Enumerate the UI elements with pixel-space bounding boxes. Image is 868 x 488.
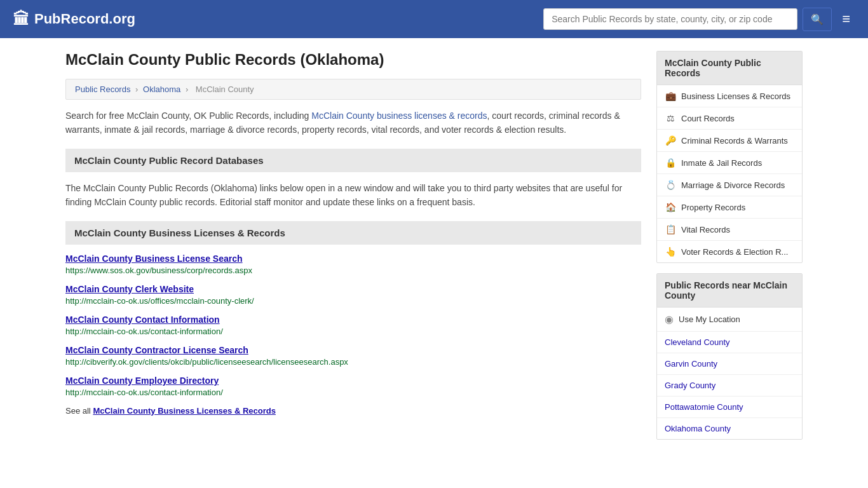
nearby-garvin[interactable]: Garvin County (657, 353, 802, 375)
nearby-oklahoma[interactable]: Oklahoma County (657, 418, 802, 439)
breadcrumb-oklahoma[interactable]: Oklahoma (143, 85, 180, 94)
nearby-cleveland-label: Cleveland County (665, 337, 730, 347)
sidebar-label-marriage: Marriage & Divorce Records (681, 180, 785, 190)
nearby-pottawatomie[interactable]: Pottawatomie County (657, 396, 802, 418)
menu-button[interactable]: ≡ (837, 8, 855, 30)
sidebar-item-voter[interactable]: 👆 Voter Records & Election R... (657, 241, 802, 262)
sidebar-label-business: Business Licenses & Records (681, 92, 790, 101)
link-url-3[interactable]: http://cibverify.ok.gov/clients/okcib/pu… (65, 357, 348, 367)
nearby-pottawatomie-label: Pottawatomie County (665, 402, 743, 412)
mcclain-records-header: McClain County Public Records (657, 51, 802, 85)
nearby-grady[interactable]: Grady County (657, 375, 802, 396)
site-header: 🏛 PubRecord.org 🔍 ≡ (0, 0, 868, 38)
nearby-cleveland[interactable]: Cleveland County (657, 332, 802, 353)
logo-text: PubRecord.org (34, 11, 135, 27)
sidebar-item-inmate[interactable]: 🔒 Inmate & Jail Records (657, 152, 802, 174)
key-icon: 🔑 (665, 135, 676, 146)
see-all: See all McClain County Business Licenses… (65, 406, 641, 416)
breadcrumb-mcclain: McClain County (196, 85, 254, 94)
sidebar-label-court: Court Records (681, 114, 735, 123)
page-title: McClain County Public Records (Oklahoma) (65, 51, 641, 69)
breadcrumb-sep2: › (186, 85, 191, 94)
link-block-2: McClain County Contact Information http:… (65, 315, 641, 336)
breadcrumb-sep1: › (135, 85, 140, 94)
sidebar-item-marriage[interactable]: 💍 Marriage & Divorce Records (657, 174, 802, 196)
intro-link[interactable]: McClain County business licenses & recor… (311, 111, 487, 121)
use-location-label: Use My Location (679, 315, 740, 324)
scales-icon: ⚖ (665, 113, 676, 123)
sidebar-label-criminal: Criminal Records & Warrants (681, 136, 788, 146)
link-block-3: McClain County Contractor License Search… (65, 345, 641, 367)
sidebar-item-criminal[interactable]: 🔑 Criminal Records & Warrants (657, 130, 802, 152)
link-block-1: McClain County Clerk Website http://mccl… (65, 284, 641, 306)
sidebar-item-property[interactable]: 🏠 Property Records (657, 196, 802, 219)
logo-icon: 🏛 (13, 10, 29, 29)
search-button[interactable]: 🔍 (803, 8, 832, 31)
sidebar-item-vital[interactable]: 📋 Vital Records (657, 219, 802, 241)
ring-icon: 💍 (665, 180, 676, 190)
nearby-header: Public Records near McClain County (657, 274, 802, 308)
databases-desc: The McClain County Public Records (Oklah… (65, 181, 641, 210)
link-url-0[interactable]: https://www.sos.ok.gov/business/corp/rec… (65, 266, 252, 275)
link-title-0[interactable]: McClain County Business License Search (65, 254, 641, 264)
link-block-4: McClain County Employee Directory http:/… (65, 376, 641, 397)
link-url-4[interactable]: http://mcclain-co-ok.us/contact-informat… (65, 388, 223, 397)
intro-text: Search for free McClain County, OK Publi… (65, 109, 641, 137)
main-wrapper: McClain County Public Records (Oklahoma)… (53, 38, 815, 463)
right-sidebar: McClain County Public Records 💼 Business… (656, 51, 803, 450)
breadcrumb-public-records[interactable]: Public Records (75, 85, 130, 94)
nearby-garvin-label: Garvin County (665, 359, 717, 369)
breadcrumb: Public Records › Oklahoma › McClain Coun… (65, 79, 641, 100)
link-title-4[interactable]: McClain County Employee Directory (65, 376, 641, 386)
business-header: McClain County Business Licenses & Recor… (65, 221, 641, 245)
nearby-oklahoma-label: Oklahoma County (665, 424, 731, 433)
see-all-link[interactable]: McClain County Business Licenses & Recor… (93, 406, 276, 416)
home-icon: 🏠 (665, 202, 676, 212)
mcclain-records-box: McClain County Public Records 💼 Business… (656, 51, 803, 263)
location-dot-icon: ◉ (665, 313, 674, 325)
link-block-0: McClain County Business License Search h… (65, 254, 641, 275)
link-url-2[interactable]: http://mcclain-co-ok.us/contact-informat… (65, 327, 223, 336)
link-url-1[interactable]: http://mcclain-co-ok.us/offices/mcclain-… (65, 296, 254, 306)
sidebar-label-property: Property Records (681, 203, 745, 212)
sidebar-label-voter: Voter Records & Election R... (681, 247, 788, 257)
sidebar-item-business[interactable]: 💼 Business Licenses & Records (657, 85, 802, 107)
nearby-box: Public Records near McClain County ◉ Use… (656, 273, 803, 440)
logo[interactable]: 🏛 PubRecord.org (13, 10, 135, 29)
sidebar-label-inmate: Inmate & Jail Records (681, 158, 762, 168)
search-area: 🔍 ≡ (543, 8, 855, 31)
databases-header: McClain County Public Record Databases (65, 149, 641, 172)
clipboard-icon: 📋 (665, 224, 676, 234)
briefcase-icon: 💼 (665, 91, 676, 101)
left-content: McClain County Public Records (Oklahoma)… (65, 51, 641, 450)
link-title-1[interactable]: McClain County Clerk Website (65, 284, 641, 294)
sidebar-item-court[interactable]: ⚖ Court Records (657, 107, 802, 130)
link-title-2[interactable]: McClain County Contact Information (65, 315, 641, 325)
link-title-3[interactable]: McClain County Contractor License Search (65, 345, 641, 355)
lock-icon: 🔒 (665, 158, 676, 168)
search-input[interactable] (543, 8, 797, 30)
hand-icon: 👆 (665, 247, 676, 257)
use-location[interactable]: ◉ Use My Location (657, 308, 802, 332)
sidebar-label-vital: Vital Records (681, 225, 730, 234)
nearby-grady-label: Grady County (665, 381, 715, 390)
